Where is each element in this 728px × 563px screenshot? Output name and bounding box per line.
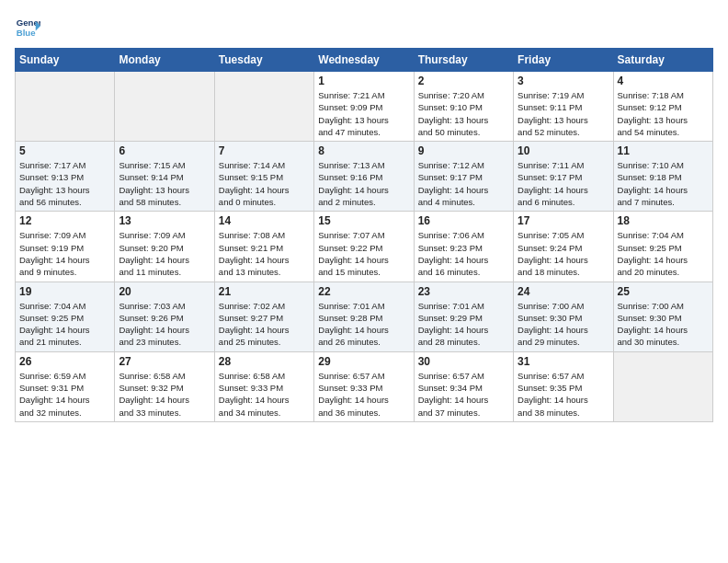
calendar-cell: [613, 351, 712, 421]
day-info: Sunrise: 7:09 AM Sunset: 9:19 PM Dayligh…: [19, 229, 110, 278]
day-number: 25: [618, 285, 709, 298]
day-info: Sunrise: 6:57 AM Sunset: 9:35 PM Dayligh…: [518, 370, 609, 419]
day-info: Sunrise: 6:57 AM Sunset: 9:33 PM Dayligh…: [318, 370, 409, 419]
day-info: Sunrise: 7:19 AM Sunset: 9:11 PM Dayligh…: [518, 89, 609, 138]
day-info: Sunrise: 7:04 AM Sunset: 9:25 PM Dayligh…: [19, 300, 110, 349]
calendar-cell: 16Sunrise: 7:06 AM Sunset: 9:23 PM Dayli…: [414, 212, 513, 282]
calendar-cell: 1Sunrise: 7:21 AM Sunset: 9:09 PM Daylig…: [314, 72, 414, 142]
day-info: Sunrise: 6:59 AM Sunset: 9:31 PM Dayligh…: [19, 370, 110, 419]
day-info: Sunrise: 7:17 AM Sunset: 9:13 PM Dayligh…: [19, 159, 110, 208]
day-info: Sunrise: 7:07 AM Sunset: 9:22 PM Dayligh…: [318, 229, 409, 278]
day-info: Sunrise: 7:18 AM Sunset: 9:12 PM Dayligh…: [618, 89, 709, 138]
calendar-week-1: 1Sunrise: 7:21 AM Sunset: 9:09 PM Daylig…: [16, 72, 713, 142]
weekday-header-thursday: Thursday: [414, 49, 513, 72]
calendar-cell: 28Sunrise: 6:58 AM Sunset: 9:33 PM Dayli…: [214, 351, 313, 421]
day-number: 16: [418, 214, 509, 227]
day-info: Sunrise: 7:15 AM Sunset: 9:14 PM Dayligh…: [119, 159, 210, 208]
calendar-cell: 6Sunrise: 7:15 AM Sunset: 9:14 PM Daylig…: [115, 142, 214, 212]
weekday-header-tuesday: Tuesday: [214, 49, 313, 72]
calendar-cell: 8Sunrise: 7:13 AM Sunset: 9:16 PM Daylig…: [314, 142, 414, 212]
logo: General Blue: [15, 15, 40, 40]
calendar-cell: [214, 72, 313, 142]
day-number: 5: [19, 144, 110, 157]
calendar-cell: 15Sunrise: 7:07 AM Sunset: 9:22 PM Dayli…: [314, 212, 414, 282]
day-info: Sunrise: 6:58 AM Sunset: 9:32 PM Dayligh…: [119, 370, 210, 419]
calendar-cell: 14Sunrise: 7:08 AM Sunset: 9:21 PM Dayli…: [214, 212, 313, 282]
day-number: 17: [518, 214, 609, 227]
day-number: 11: [618, 144, 709, 157]
day-number: 27: [119, 355, 210, 368]
day-number: 23: [418, 285, 509, 298]
day-number: 12: [19, 214, 110, 227]
calendar-cell: 21Sunrise: 7:02 AM Sunset: 9:27 PM Dayli…: [214, 282, 313, 351]
calendar-week-4: 19Sunrise: 7:04 AM Sunset: 9:25 PM Dayli…: [16, 282, 713, 351]
day-number: 14: [219, 214, 310, 227]
calendar-cell: 27Sunrise: 6:58 AM Sunset: 9:32 PM Dayli…: [115, 351, 214, 421]
day-number: 1: [318, 75, 409, 87]
svg-text:Blue: Blue: [17, 28, 36, 38]
day-number: 8: [318, 144, 409, 157]
calendar-cell: 4Sunrise: 7:18 AM Sunset: 9:12 PM Daylig…: [613, 72, 712, 142]
calendar-cell: 11Sunrise: 7:10 AM Sunset: 9:18 PM Dayli…: [613, 142, 712, 212]
calendar-cell: 19Sunrise: 7:04 AM Sunset: 9:25 PM Dayli…: [16, 282, 115, 351]
weekday-header-friday: Friday: [514, 49, 613, 72]
calendar-cell: 5Sunrise: 7:17 AM Sunset: 9:13 PM Daylig…: [16, 142, 115, 212]
weekday-header-sunday: Sunday: [16, 49, 115, 72]
day-number: 19: [19, 285, 110, 298]
weekday-header-wednesday: Wednesday: [314, 49, 414, 72]
day-number: 21: [219, 285, 310, 298]
calendar-week-3: 12Sunrise: 7:09 AM Sunset: 9:19 PM Dayli…: [16, 212, 713, 282]
calendar-cell: 25Sunrise: 7:00 AM Sunset: 9:30 PM Dayli…: [613, 282, 712, 351]
day-number: 3: [518, 75, 609, 87]
calendar-cell: 2Sunrise: 7:20 AM Sunset: 9:10 PM Daylig…: [414, 72, 513, 142]
calendar-cell: 13Sunrise: 7:09 AM Sunset: 9:20 PM Dayli…: [115, 212, 214, 282]
day-info: Sunrise: 7:14 AM Sunset: 9:15 PM Dayligh…: [219, 159, 310, 208]
day-number: 6: [119, 144, 210, 157]
calendar-week-2: 5Sunrise: 7:17 AM Sunset: 9:13 PM Daylig…: [16, 142, 713, 212]
calendar-cell: [115, 72, 214, 142]
day-info: Sunrise: 7:13 AM Sunset: 9:16 PM Dayligh…: [318, 159, 409, 208]
page-header: General Blue: [15, 15, 713, 40]
day-number: 15: [318, 214, 409, 227]
weekday-header-saturday: Saturday: [613, 49, 712, 72]
calendar-cell: [16, 72, 115, 142]
day-number: 31: [518, 355, 609, 368]
day-info: Sunrise: 7:20 AM Sunset: 9:10 PM Dayligh…: [418, 89, 509, 138]
calendar-cell: 17Sunrise: 7:05 AM Sunset: 9:24 PM Dayli…: [514, 212, 613, 282]
day-info: Sunrise: 7:04 AM Sunset: 9:25 PM Dayligh…: [618, 229, 709, 278]
calendar-header-row: SundayMondayTuesdayWednesdayThursdayFrid…: [16, 49, 713, 72]
day-number: 22: [318, 285, 409, 298]
day-info: Sunrise: 7:02 AM Sunset: 9:27 PM Dayligh…: [219, 300, 310, 349]
day-info: Sunrise: 6:57 AM Sunset: 9:34 PM Dayligh…: [418, 370, 509, 419]
day-info: Sunrise: 7:00 AM Sunset: 9:30 PM Dayligh…: [618, 300, 709, 349]
day-info: Sunrise: 7:06 AM Sunset: 9:23 PM Dayligh…: [418, 229, 509, 278]
calendar-table: SundayMondayTuesdayWednesdayThursdayFrid…: [15, 48, 713, 422]
day-number: 10: [518, 144, 609, 157]
calendar-cell: 24Sunrise: 7:00 AM Sunset: 9:30 PM Dayli…: [514, 282, 613, 351]
calendar-cell: 12Sunrise: 7:09 AM Sunset: 9:19 PM Dayli…: [16, 212, 115, 282]
day-number: 26: [19, 355, 110, 368]
day-info: Sunrise: 6:58 AM Sunset: 9:33 PM Dayligh…: [219, 370, 310, 419]
day-info: Sunrise: 7:09 AM Sunset: 9:20 PM Dayligh…: [119, 229, 210, 278]
calendar-week-5: 26Sunrise: 6:59 AM Sunset: 9:31 PM Dayli…: [16, 351, 713, 421]
day-number: 2: [418, 75, 509, 87]
calendar-cell: 29Sunrise: 6:57 AM Sunset: 9:33 PM Dayli…: [314, 351, 414, 421]
day-info: Sunrise: 7:01 AM Sunset: 9:28 PM Dayligh…: [318, 300, 409, 349]
calendar-cell: 9Sunrise: 7:12 AM Sunset: 9:17 PM Daylig…: [414, 142, 513, 212]
calendar-cell: 23Sunrise: 7:01 AM Sunset: 9:29 PM Dayli…: [414, 282, 513, 351]
day-number: 9: [418, 144, 509, 157]
day-number: 29: [318, 355, 409, 368]
calendar-cell: 26Sunrise: 6:59 AM Sunset: 9:31 PM Dayli…: [16, 351, 115, 421]
calendar-cell: 18Sunrise: 7:04 AM Sunset: 9:25 PM Dayli…: [613, 212, 712, 282]
calendar-cell: 22Sunrise: 7:01 AM Sunset: 9:28 PM Dayli…: [314, 282, 414, 351]
day-number: 24: [518, 285, 609, 298]
day-number: 18: [618, 214, 709, 227]
calendar-cell: 3Sunrise: 7:19 AM Sunset: 9:11 PM Daylig…: [514, 72, 613, 142]
day-info: Sunrise: 7:00 AM Sunset: 9:30 PM Dayligh…: [518, 300, 609, 349]
weekday-header-monday: Monday: [115, 49, 214, 72]
calendar-cell: 31Sunrise: 6:57 AM Sunset: 9:35 PM Dayli…: [514, 351, 613, 421]
day-info: Sunrise: 7:08 AM Sunset: 9:21 PM Dayligh…: [219, 229, 310, 278]
day-info: Sunrise: 7:21 AM Sunset: 9:09 PM Dayligh…: [318, 89, 409, 138]
calendar-cell: 7Sunrise: 7:14 AM Sunset: 9:15 PM Daylig…: [214, 142, 313, 212]
day-info: Sunrise: 7:05 AM Sunset: 9:24 PM Dayligh…: [518, 229, 609, 278]
